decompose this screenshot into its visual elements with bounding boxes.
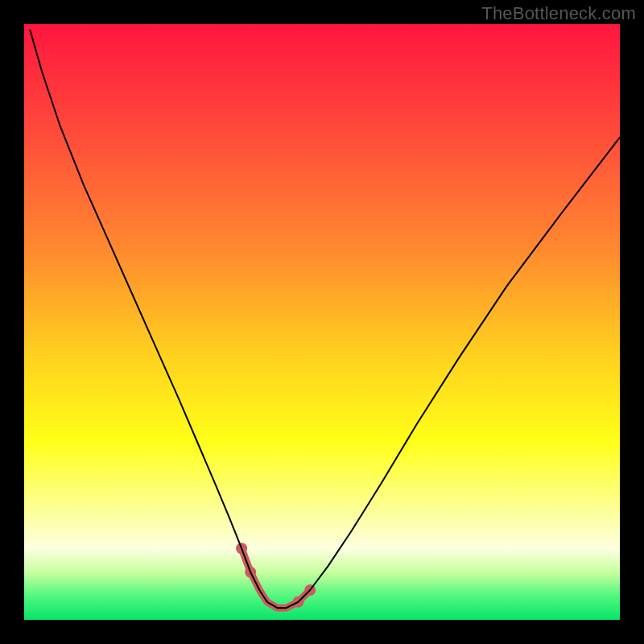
chart-frame: TheBottleneck.com [0, 0, 644, 644]
bottleneck-chart [24, 24, 620, 620]
gradient-background [24, 24, 620, 620]
plot-area [24, 24, 620, 620]
watermark-text: TheBottleneck.com [481, 3, 636, 24]
